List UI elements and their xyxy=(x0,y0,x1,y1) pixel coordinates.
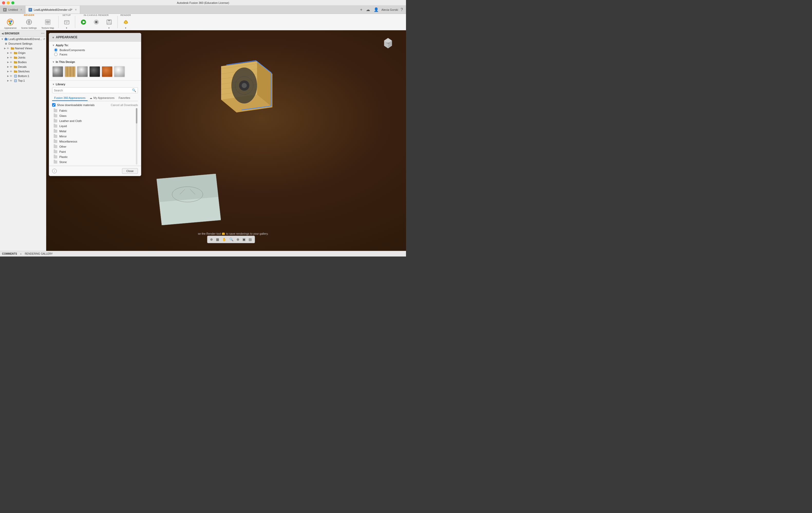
sidebar-item-sketches[interactable]: ▶ 👁 Sketches xyxy=(0,69,46,74)
canvas-tool-grid[interactable]: ▦ xyxy=(215,237,220,242)
sketches-eye[interactable]: 👁 xyxy=(10,70,12,73)
faces-option[interactable]: Faces xyxy=(54,53,138,56)
sidebar-item-named-views[interactable]: ▶ 👁 Named Views xyxy=(0,46,46,51)
material-item-liquid[interactable]: Liquid xyxy=(52,123,138,129)
library-header[interactable]: ▼ Library xyxy=(52,83,138,86)
origin-eye[interactable]: 👁 xyxy=(10,52,12,54)
sidebar-item-origin[interactable]: ▶ 👁 Origin xyxy=(0,51,46,55)
canvas-tool-zoom[interactable]: 🔍 xyxy=(228,237,235,242)
sidebar-item-doc-settings[interactable]: ⚙ Document Settings xyxy=(0,41,46,46)
render-final-items: ▾ xyxy=(120,17,132,30)
stop-render-button[interactable] xyxy=(90,17,103,30)
swatch-silver[interactable] xyxy=(114,66,125,77)
bodies-components-option[interactable]: Bodies/Components xyxy=(54,48,138,52)
setup-dropdown-button[interactable]: ▾ xyxy=(61,17,73,30)
swatch-chrome[interactable] xyxy=(77,66,88,77)
sidebar-collapse-arrow[interactable]: ◀ xyxy=(2,32,4,35)
rendering-gallery-button[interactable]: RENDERING GALLERY xyxy=(25,252,53,255)
new-tab-button[interactable]: + xyxy=(359,7,364,12)
swatch-orange[interactable] xyxy=(102,66,113,77)
cloud-sync-button[interactable]: ☁ xyxy=(365,7,371,12)
tab-my-appearances[interactable]: ☁ My Appearances xyxy=(88,95,117,101)
material-item-leather-cloth[interactable]: Leather and Cloth xyxy=(52,118,138,123)
profile-icon[interactable]: 👤 xyxy=(373,7,380,12)
bottom1-component-icon xyxy=(13,74,17,78)
search-icon[interactable]: 🔍 xyxy=(132,88,136,92)
material-item-stone[interactable]: Stone xyxy=(52,159,138,164)
help-button[interactable]: ? xyxy=(400,7,404,12)
appearance-tool-button[interactable]: Appearance xyxy=(2,17,19,30)
root-reload-icon[interactable]: ↺ xyxy=(43,37,45,41)
setup-items: ▾ xyxy=(61,17,73,30)
canvas-tool-fit[interactable]: ⊕ xyxy=(235,237,241,242)
canvas-area[interactable]: TOP ● APPEARANCE ▼ Apply To: xyxy=(46,30,406,251)
sidebar-item-top1[interactable]: ▶ 👁 Top:1 xyxy=(0,78,46,83)
sidebar-item-bodies[interactable]: ▶ 👁 Bodies xyxy=(0,60,46,64)
sidebar-item-decals[interactable]: ▶ 👁 Decals xyxy=(0,64,46,69)
minimize-button[interactable] xyxy=(7,1,10,4)
bodies-eye[interactable]: 👁 xyxy=(10,61,12,64)
settings-gear-icon: ⚙ xyxy=(4,42,8,46)
material-item-glass[interactable]: Glass xyxy=(52,113,138,118)
texture-map-tool-button[interactable]: Texture Map xyxy=(39,17,56,30)
close-button[interactable] xyxy=(2,1,5,4)
tab-leaflight[interactable]: F LeafLightModeled02render v3* × xyxy=(25,6,80,13)
tab-label-untitled: Untitled xyxy=(8,8,18,11)
sidebar-item-joints[interactable]: ▶ 👁 Joints xyxy=(0,55,46,60)
save-render-button[interactable]: ▾ xyxy=(103,17,115,30)
tab-close-untitled[interactable]: × xyxy=(20,8,22,11)
material-item-paint[interactable]: Paint xyxy=(52,149,138,154)
start-render-button[interactable] xyxy=(77,17,90,30)
maximize-button[interactable] xyxy=(11,1,14,4)
final-render-icon xyxy=(122,18,130,26)
tab-fusion360-appearances[interactable]: Fusion 360 Appearances xyxy=(52,95,88,101)
info-icon-label: i xyxy=(54,170,55,173)
swatch-steel[interactable] xyxy=(52,66,63,77)
search-bar[interactable]: 🔍 xyxy=(52,87,138,93)
decals-folder-icon xyxy=(13,65,17,68)
material-list-scrollbar[interactable] xyxy=(136,108,137,164)
canvas-tool-display[interactable]: ▣ xyxy=(241,237,247,242)
swatch-wood[interactable] xyxy=(64,66,76,77)
cancel-downloads-link[interactable]: Cancel all Downloads xyxy=(111,103,138,107)
material-item-plastic[interactable]: Plastic xyxy=(52,154,138,159)
top1-eye[interactable]: 👁 xyxy=(10,79,12,82)
decals-expand: ▶ xyxy=(7,65,9,68)
canvas-tool-options[interactable]: ▤ xyxy=(247,237,253,242)
render-final-label: RENDER xyxy=(120,14,131,17)
apply-to-header[interactable]: ▼ Apply To: xyxy=(52,43,138,47)
comments-button[interactable]: COMMENTS xyxy=(2,252,17,255)
sidebar-header: ◀ BROWSER ⋯ xyxy=(0,30,46,37)
decals-eye[interactable]: 👁 xyxy=(10,65,12,68)
canvas-tool-home[interactable]: ⊕ xyxy=(209,237,214,242)
sidebar-item-bottom1[interactable]: ▶ 👁 Bottom:1 xyxy=(0,74,46,78)
tab-untitled[interactable]: F Untitled × xyxy=(0,6,25,13)
bottom1-eye[interactable]: 👁 xyxy=(10,75,12,78)
sidebar-item-root[interactable]: ▼ LeafLightModeled02rend... ↺ xyxy=(0,37,46,41)
material-item-fabric[interactable]: Fabric xyxy=(52,108,138,113)
scene-settings-label: Scene Settings xyxy=(21,27,37,29)
swatch-dark-metal[interactable] xyxy=(89,66,100,77)
view-cube[interactable]: TOP xyxy=(380,35,396,51)
in-this-design-header[interactable]: ▼ In This Design xyxy=(52,60,138,63)
joints-eye[interactable]: 👁 xyxy=(10,56,12,59)
scrollbar-thumb[interactable] xyxy=(136,108,137,123)
bodies-components-radio[interactable] xyxy=(54,48,58,52)
material-item-other[interactable]: Other xyxy=(52,144,138,149)
scene-settings-tool-button[interactable]: Scene Settings xyxy=(19,17,39,30)
material-item-miscellaneous[interactable]: Miscellaneous xyxy=(52,139,138,144)
tab-close-leaflight[interactable]: × xyxy=(75,8,77,11)
tab-favorites[interactable]: Favorites xyxy=(117,95,132,101)
faces-radio[interactable] xyxy=(54,53,58,56)
named-views-eye[interactable]: 👁 xyxy=(7,47,9,50)
browser-options[interactable]: ⋯ xyxy=(41,31,45,35)
svg-point-1 xyxy=(8,20,10,22)
info-button[interactable]: i xyxy=(52,169,57,173)
close-button[interactable]: Close xyxy=(122,168,138,174)
show-downloadable-checkbox[interactable] xyxy=(52,103,55,107)
search-input[interactable] xyxy=(54,89,132,92)
canvas-tool-pan[interactable]: ✋ xyxy=(221,237,228,242)
final-render-button[interactable]: ▾ xyxy=(120,17,132,30)
material-item-metal[interactable]: Metal xyxy=(52,129,138,134)
material-item-mirror[interactable]: Mirror xyxy=(52,134,138,139)
